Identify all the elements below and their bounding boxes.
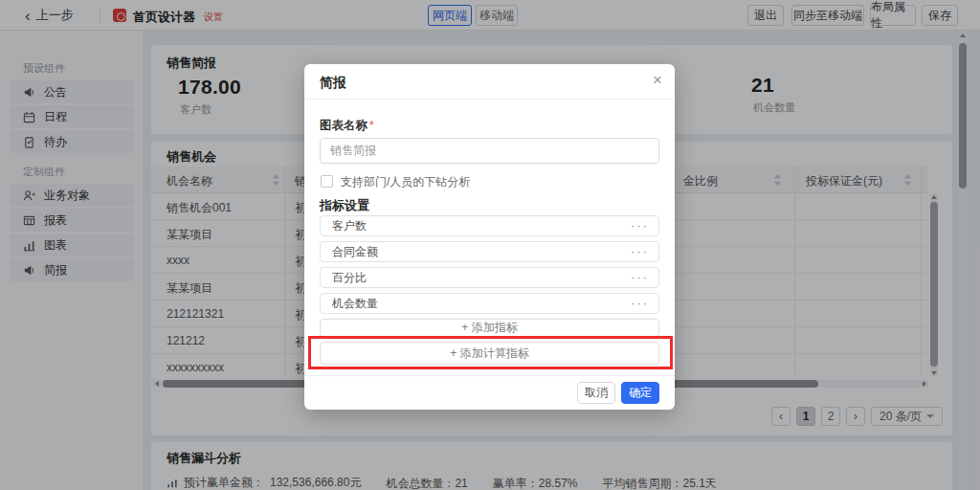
chart-name-label: 图表名称* [320,118,374,134]
more-actions-icon[interactable]: ··· [631,247,649,256]
chart-name-label-text: 图表名称 [320,119,368,132]
indicator-settings-title: 指标设置 [320,197,369,214]
add-calculated-indicator-button[interactable]: + 添加计算指标 [320,342,659,365]
confirm-button[interactable]: 确定 [621,382,659,404]
modal-title: 简报 [320,75,346,92]
indicator-row-customer-count[interactable]: 客户数 ··· [320,215,659,236]
more-actions-icon[interactable]: ··· [631,273,649,282]
modal-footer-divider [304,375,675,376]
indicator-label: 合同金额 [332,244,378,260]
drill-down-checkbox[interactable] [321,175,333,188]
modal-header-divider [304,99,675,100]
more-actions-icon[interactable]: ··· [631,221,649,231]
chart-name-input[interactable] [320,138,659,164]
cancel-button[interactable]: 取消 [577,382,615,404]
required-asterisk: * [369,119,374,132]
indicator-label: 机会数量 [332,296,378,312]
indicator-label: 客户数 [332,218,367,234]
more-actions-icon[interactable]: ··· [631,299,649,308]
drill-down-label: 支持部门/人员的下钻分析 [341,174,470,190]
indicator-row-percentage[interactable]: 百分比 ··· [320,267,659,288]
add-indicator-button[interactable]: + 添加指标 [320,319,659,337]
close-icon[interactable]: × [653,71,662,90]
indicator-label: 百分比 [332,270,367,286]
indicator-row-opportunity-count[interactable]: 机会数量 ··· [320,293,659,314]
briefing-settings-modal: 简报 × 图表名称* 支持部门/人员的下钻分析 指标设置 客户数 ··· 合同金… [304,64,675,410]
indicator-row-contract-amount[interactable]: 合同金额 ··· [320,241,659,262]
